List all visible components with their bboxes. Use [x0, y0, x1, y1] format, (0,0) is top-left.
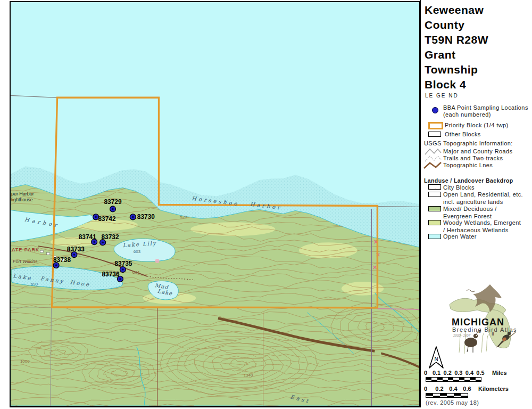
other-blocks-icon	[428, 132, 441, 137]
map-label: per Harbor	[11, 191, 34, 197]
legend-topo-lines: Topographic Lnes	[443, 162, 493, 169]
scale-tick: 0.5	[476, 370, 484, 376]
open-land-icon	[428, 192, 441, 197]
bba-point-label: 83738	[53, 256, 71, 264]
bba-point-label: 83729	[104, 198, 122, 206]
scale-tick: 0.3	[454, 370, 462, 376]
legend-landuse-heading: Landuse / Landcover Backdrop	[424, 177, 513, 184]
map-label: ATE PARK	[12, 247, 39, 252]
legend-open-land-1: Open Land, Residential, etc.	[443, 191, 523, 198]
distant-bird-icon	[467, 290, 475, 292]
logo-numeral: II	[492, 331, 494, 337]
info-panel: KeweenawCountyT59N R28WGrantTownshipBloc…	[421, 0, 532, 409]
page-title: KeweenawCountyT59N R28WGrantTownshipBloc…	[425, 3, 488, 92]
bba-point-label: 83730	[137, 213, 155, 220]
legend-bba: BBA Point Sampling Locations (each numbe…	[443, 104, 531, 118]
topographic-line-icon	[423, 161, 442, 170]
revision-note: (rev. 2005 may 18)	[426, 399, 479, 406]
title-line: County	[425, 18, 488, 32]
map-label: lighthouse	[11, 197, 33, 202]
map-label: 644	[132, 270, 140, 275]
scale-tick: 0.1	[433, 370, 440, 376]
legend-open-water: Open Water	[443, 233, 477, 240]
bba-point-icon	[432, 107, 438, 113]
miles-scalebar	[426, 377, 481, 382]
map-canvas: per HarborlighthouseHarborHorseshoeHarbo…	[11, 2, 419, 406]
map-label: 1000	[20, 359, 30, 364]
km-ticks: 00.20.40.6Kilometers	[426, 386, 527, 392]
scale-tick: 0.6	[463, 386, 471, 392]
legend-wetland-1: Woody Wetlands, Emergent	[443, 219, 521, 226]
legend-roads: Major and County Roads	[443, 148, 512, 155]
priority-block-icon	[428, 122, 443, 129]
scale-tick: 0	[424, 370, 427, 376]
map-label: 690	[31, 282, 38, 287]
map-label: 520	[180, 215, 187, 219]
map-label: 1340	[244, 373, 253, 378]
legend-usgs-heading: USGS Topographic Information:	[424, 140, 513, 147]
forest-icon	[428, 206, 441, 211]
north-label: N	[434, 356, 438, 362]
scale-tick: 0.4	[449, 386, 457, 392]
legend-priority-block: Priority Block (1/4 twp)	[445, 122, 509, 129]
map-frame: per HarborlighthouseHarborHorseshoeHarbo…	[10, 1, 420, 407]
bba-point-label: 83732	[101, 233, 119, 241]
scale-unit: Miles	[492, 370, 507, 376]
map-label: Fort Wilkins	[13, 259, 38, 264]
map-label: 603	[134, 249, 141, 254]
logo-name: MICHIGAN	[452, 317, 504, 328]
scale-unit: Kilometers	[478, 386, 509, 392]
wetland-icon	[428, 220, 441, 225]
logo-years: 2002 - 2007	[453, 334, 471, 337]
title-line: Block 4	[425, 77, 488, 92]
scale-tick: 0.2	[444, 370, 452, 376]
legend-open-land-2: incl. agriculture lands	[443, 199, 503, 206]
north-arrow-icon: N	[426, 345, 447, 371]
km-scalebar	[426, 393, 468, 398]
legend-other-blocks: Other Blocks	[445, 131, 481, 138]
bba-point-label: 83742	[98, 215, 116, 223]
title-line: T59N R28W	[425, 32, 488, 47]
legend-forest-1: Mixed/ Deciduous /	[443, 206, 497, 212]
bba-point-label: 83736	[102, 271, 120, 278]
title-line: Grant	[425, 47, 488, 62]
map-sheet: per HarborlighthouseHarborHorseshoeHarbo…	[0, 0, 532, 409]
title-line: Township	[425, 62, 488, 77]
title-line: Keweenaw	[425, 3, 488, 18]
bba-point-label: 83735	[114, 260, 132, 267]
legend-city-blocks: City Blocks	[443, 184, 475, 191]
bba-point-label: 83733	[67, 246, 85, 253]
open-water-icon	[428, 234, 441, 239]
miles-ticks: 00.10.20.30.40.5Miles	[426, 370, 527, 376]
city-blocks-icon	[428, 184, 441, 190]
legend-heading: LE GE ND	[425, 93, 459, 99]
legend-trails: Trails and Two-tracks	[443, 155, 503, 162]
bba-point-label: 83741	[79, 233, 97, 241]
bba-sample-point: 83730	[130, 213, 155, 220]
logo-subtitle: Breeding Bird Atlas	[452, 326, 517, 333]
scale-tick: 0	[424, 386, 427, 392]
scale-tick: 0.4	[466, 370, 473, 376]
scale-tick: 0.2	[435, 386, 443, 392]
